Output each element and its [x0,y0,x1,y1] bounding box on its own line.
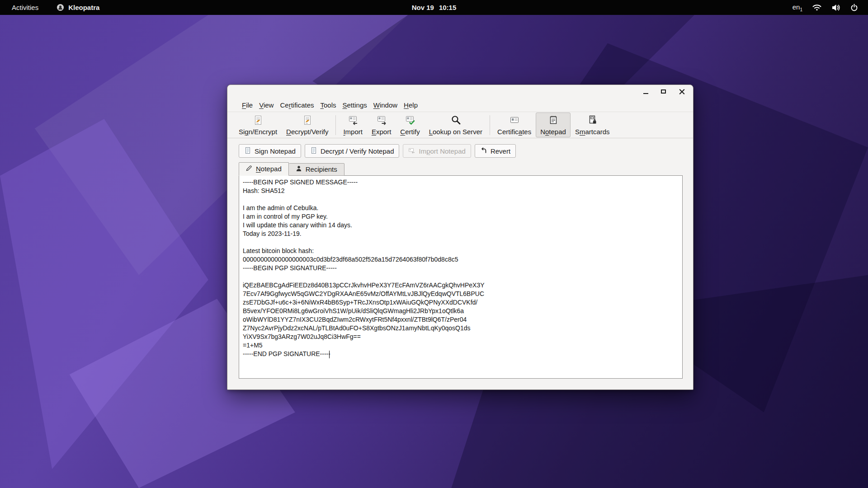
revert-icon [480,147,487,155]
menu-window[interactable]: Window [370,99,401,111]
toolbar-sign-encrypt-button[interactable]: Sign/Encrypt [234,113,282,137]
keyboard-layout-indicator[interactable]: en1 [793,3,802,12]
close-button[interactable] [679,89,685,95]
action-button-label: Import Notepad [419,147,465,155]
action-button-label: Decrypt / Verify Notepad [321,147,394,155]
smartcards-icon [586,114,598,127]
notepad-editor[interactable]: -----BEGIN PGP SIGNED MESSAGE----- Hash:… [239,175,683,379]
decrypt-verify-icon [302,114,313,127]
toolbar-button-label: Import [343,128,363,136]
export-icon [376,114,387,127]
menu-settings[interactable]: Settings [340,99,370,111]
notepad-text: -----BEGIN PGP SIGNED MESSAGE----- Hash:… [239,176,682,361]
menu-help[interactable]: Help [401,99,421,111]
pencil-icon [246,165,252,173]
sign-encrypt-icon [252,114,264,127]
toolbar-lookup-on-server-button[interactable]: Lookup on Server [425,113,487,137]
kleopatra-app-icon [57,4,64,11]
clock-time: 10:15 [439,4,456,11]
toolbar-certificates-button[interactable]: Certificates [493,113,536,137]
decrypt-verify-notepad-button[interactable]: Decrypt / Verify Notepad [305,144,400,158]
toolbar-export-button[interactable]: Export [367,113,396,137]
volume-icon [831,4,840,11]
notepad-icon [547,114,559,127]
toolbar-button-label: Certificates [497,128,531,136]
lookup-on-server-icon [450,114,462,127]
minimize-button[interactable] [643,89,650,95]
toolbar-certify-button[interactable]: Certify [396,113,424,137]
menu-tools[interactable]: Tools [317,99,339,111]
menu-view[interactable]: View [256,99,277,111]
focused-app-menu[interactable]: Kleopatra [57,4,99,11]
import-notepad-icon [408,147,415,155]
toolbar-button-label: Lookup on Server [429,128,482,136]
toolbar-button-label: Notepad [540,128,566,136]
menu-certificates[interactable]: Certificates [277,99,317,111]
import-icon [347,114,359,127]
sign-notepad-button[interactable]: Sign Notepad [239,144,301,158]
system-status-area[interactable]: en1 [793,3,868,12]
tab-notepad[interactable]: Notepad [239,162,289,176]
maximize-button[interactable] [661,89,667,95]
action-button-label: Revert [491,147,510,155]
toolbar-import-button[interactable]: Import [339,113,367,137]
clock-date: Nov 19 [412,4,434,11]
toolbar-button-label: Certify [400,128,420,136]
toolbar-button-label: Sign/Encrypt [239,128,277,136]
wifi-icon [812,4,821,11]
menu-file[interactable]: File [239,99,256,111]
decrypt-verify-notepad-icon [310,147,317,155]
activities-button[interactable]: Activities [12,4,38,11]
gnome-top-bar: Activities Kleopatra Nov 19 10:15 en1 [0,0,868,15]
toolbar-button-label: Export [372,128,391,136]
tab-label: Recipients [306,165,337,173]
certificates-icon [509,114,520,127]
menu-bar: File View Certificates Tools Settings Wi… [227,99,693,112]
main-toolbar: Sign/Encrypt Decrypt/Verify Import Expor [227,112,693,138]
toolbar-decrypt-verify-button[interactable]: Decrypt/Verify [282,113,333,137]
toolbar-button-label: Decrypt/Verify [286,128,328,136]
power-icon [850,4,858,11]
recipients-icon [296,165,302,173]
tab-recipients[interactable]: Recipients [289,163,344,176]
notepad-tab-bar: Notepad Recipients [239,162,693,176]
desktop-wallpaper: Activities Kleopatra Nov 19 10:15 en1 [0,0,868,488]
window-titlebar[interactable] [227,85,693,99]
kleopatra-window: File View Certificates Tools Settings Wi… [227,84,693,390]
text-cursor [329,351,330,358]
action-button-label: Sign Notepad [255,147,296,155]
import-notepad-button[interactable]: Import Notepad [403,144,471,158]
toolbar-separator [490,115,490,135]
sign-notepad-icon [244,147,251,155]
clock-button[interactable]: Nov 19 10:15 [412,4,457,11]
revert-button[interactable]: Revert [475,144,516,158]
toolbar-smartcards-button[interactable]: Smartcards [571,113,614,137]
toolbar-notepad-button[interactable]: Notepad [536,113,571,137]
certify-icon [404,114,416,127]
toolbar-button-label: Smartcards [575,128,610,136]
notepad-action-bar: Sign Notepad Decrypt / Verify Notepad Im… [227,138,693,158]
toolbar-separator [335,115,336,135]
focused-app-name: Kleopatra [68,4,99,11]
tab-label: Notepad [256,165,282,173]
